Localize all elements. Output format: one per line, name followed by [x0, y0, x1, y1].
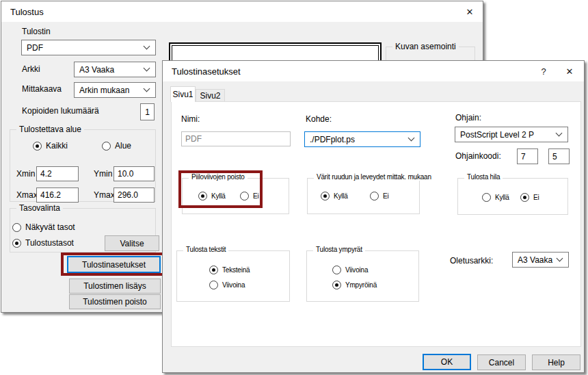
close-icon[interactable]: ✕: [562, 61, 577, 81]
xmin-input[interactable]: [36, 166, 79, 181]
printer-label: Tulostin: [22, 27, 51, 36]
radio-texts-as-lines-label: Viivoina: [222, 281, 245, 289]
radio-visible-layers[interactable]: Näkyvät tasot: [12, 222, 75, 232]
target-label: Kohde:: [306, 114, 332, 124]
ymax-label: Ymax: [94, 190, 115, 200]
radio-texts-as-text-label: Teksteinä: [222, 266, 250, 274]
default-sheet-label: Oletusarkki:: [450, 256, 493, 266]
colors-group-label: Värit ruudun ja leveydet mittak. mukaan: [314, 173, 434, 181]
radio-grid-no[interactable]: Ei: [520, 193, 539, 202]
sheet-label: Arkki: [22, 64, 40, 74]
target-select[interactable]: ./PDFplot.ps: [304, 131, 420, 147]
driver-code-label: Ohjainkoodi:: [455, 151, 501, 161]
chevron-down-icon: [557, 255, 563, 262]
radio-print-layers-label: Tulostustasot: [25, 238, 74, 248]
ymin-label: Ymin: [94, 169, 112, 179]
radio-colors-no[interactable]: Ei: [370, 192, 389, 201]
layer-select-group-label: Tasovalinta: [16, 203, 63, 213]
radio-icon: [102, 142, 111, 151]
radio-icon: [520, 193, 529, 202]
ymax-input[interactable]: [113, 188, 155, 203]
radio-icon: [12, 239, 21, 248]
driver-select[interactable]: PostScript Level 2 P: [455, 127, 568, 142]
radio-icon: [12, 223, 21, 232]
radio-icon: [33, 142, 42, 151]
sheet-value: A3 Vaaka: [75, 65, 142, 75]
print-circles-group-label: Tulosta ympyrät: [313, 246, 365, 253]
radio-texts-as-lines[interactable]: Viivoina: [209, 281, 245, 289]
radio-colors-no-label: Ei: [383, 192, 389, 200]
target-value: ./PDFplot.ps: [305, 135, 406, 144]
cancel-button[interactable]: Cancel: [477, 354, 526, 370]
radio-all-label: Kaikki: [46, 141, 68, 151]
print-grid-group: Tulosta hila: [457, 178, 568, 215]
image-placement-group-label: Kuvan asemointi: [392, 42, 459, 51]
radio-hidden-lines-no[interactable]: Ei: [240, 192, 259, 201]
driver-code-1-input[interactable]: [517, 148, 538, 164]
name-input: [181, 131, 291, 146]
radio-grid-yes[interactable]: Kyllä: [482, 193, 509, 202]
radio-icon: [332, 266, 341, 274]
radio-grid-yes-label: Kyllä: [495, 194, 509, 201]
chevron-down-icon: [408, 135, 415, 142]
print-texts-group: Tulosta tekstit: [176, 250, 290, 302]
radio-icon: [370, 192, 379, 201]
ymin-input[interactable]: [113, 166, 155, 181]
sheet-select[interactable]: A3 Vaaka: [74, 62, 156, 77]
radio-circles-as-lines[interactable]: Viivoina: [332, 266, 368, 274]
copies-input[interactable]: [140, 103, 155, 120]
print-dialog-title: Tulostus: [10, 7, 44, 17]
radio-area[interactable]: Alue: [102, 141, 131, 151]
add-printer-button[interactable]: Tulostimen lisäys: [69, 279, 161, 294]
radio-circles-as-circles[interactable]: Ympyröinä: [332, 281, 377, 289]
radio-hidden-lines-no-label: Ei: [253, 192, 259, 200]
radio-texts-as-text[interactable]: Teksteinä: [209, 266, 250, 274]
copies-label: Kopioiden lukumäärä: [22, 106, 99, 116]
radio-colors-yes-label: Kyllä: [334, 192, 348, 200]
radio-all[interactable]: Kaikki: [33, 141, 68, 151]
radio-grid-no-label: Ei: [533, 194, 539, 201]
printer-settings-button[interactable]: Tulostinasetukset: [67, 256, 161, 273]
radio-icon: [240, 192, 249, 201]
radio-circles-as-circles-label: Ympyröinä: [345, 281, 377, 289]
xmax-input[interactable]: [36, 188, 79, 203]
print-texts-group-label: Tulosta tekstit: [183, 246, 228, 253]
scale-label: Mittakaava: [22, 84, 62, 94]
driver-code-2-input[interactable]: [548, 148, 570, 164]
printer-settings-dialog: Tulostinasetukset ? ✕ Sivu1 Sivu2 Nimi: …: [162, 60, 585, 373]
radio-icon: [321, 192, 330, 201]
close-icon[interactable]: ✕: [462, 1, 477, 22]
radio-circles-as-lines-label: Viivoina: [345, 266, 368, 274]
radio-colors-yes[interactable]: Kyllä: [321, 192, 348, 201]
help-icon[interactable]: ?: [536, 61, 551, 81]
radio-icon: [332, 281, 341, 289]
chevron-down-icon: [144, 86, 150, 92]
printer-select[interactable]: PDF: [21, 40, 156, 55]
hidden-lines-group-label: Piiloviivojen poisto: [189, 173, 248, 181]
radio-icon: [198, 192, 207, 201]
print-grid-group-label: Tulosta hila: [464, 173, 503, 181]
radio-area-label: Alue: [115, 141, 131, 151]
scale-select[interactable]: Arkin mukaan: [74, 82, 156, 98]
default-sheet-value: A3 Vaaka: [513, 255, 554, 265]
chevron-down-icon: [144, 43, 150, 50]
tab-sivu1[interactable]: Sivu1: [170, 86, 196, 102]
tab-sivu2[interactable]: Sivu2: [196, 89, 225, 102]
name-label: Nimi:: [181, 114, 200, 124]
help-button[interactable]: Help: [532, 354, 580, 370]
radio-hidden-lines-yes-label: Kyllä: [211, 192, 226, 200]
xmin-label: Xmin: [16, 169, 35, 179]
print-area-group-label: Tulostettava alue: [16, 125, 84, 134]
printer-value: PDF: [22, 43, 142, 53]
radio-hidden-lines-yes[interactable]: Kyllä: [198, 192, 226, 201]
radio-icon: [209, 281, 218, 289]
radio-icon: [209, 266, 218, 274]
settings-title: Tulostinasetukset: [172, 66, 241, 77]
default-sheet-select[interactable]: A3 Vaaka: [512, 252, 569, 268]
remove-printer-button[interactable]: Tulostimen poisto: [69, 294, 161, 309]
radio-print-layers[interactable]: Tulostustasot: [12, 238, 74, 248]
chevron-down-icon: [556, 130, 563, 137]
select-layers-button[interactable]: Valitse: [105, 235, 159, 251]
ok-button[interactable]: OK: [423, 354, 471, 370]
chevron-down-icon: [144, 65, 150, 72]
